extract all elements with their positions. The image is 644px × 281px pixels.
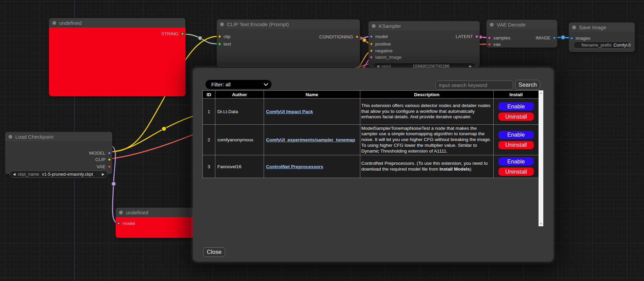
table-row: 1 Dr.Lt.Data ComfyUI Impact Pack This ex… (203, 99, 539, 125)
string-output-dot[interactable] (181, 32, 184, 35)
input-slot-model[interactable]: model (117, 221, 135, 226)
ckpt-name-value: v1-5-pruned-emaonly.ckpt (42, 172, 93, 177)
output-slot-latent[interactable]: LATENT (456, 34, 478, 39)
node-status-dot (9, 135, 12, 139)
images-input-dot[interactable] (570, 37, 573, 40)
node-status-dot (119, 211, 123, 214)
node-vae-decode[interactable]: VAE Decode samples vae IMAGE (486, 20, 557, 48)
search-input[interactable] (435, 81, 513, 90)
input-slot-clip[interactable]: clip (218, 34, 230, 39)
output-slot-vae[interactable]: VAE (97, 164, 111, 169)
vae-output-dot[interactable] (108, 165, 111, 168)
col-header-description: Description (360, 91, 494, 99)
extension-table: ID Author Name Description Install 1 Dr.… (202, 90, 539, 178)
positive-input-dot[interactable] (370, 42, 373, 46)
cell-install: Enable Uninstall (494, 99, 539, 125)
cell-id: 1 (203, 99, 215, 125)
node-header[interactable]: undefined (49, 18, 185, 28)
cell-install: Enable Uninstall (494, 125, 539, 155)
node-status-dot (220, 22, 224, 26)
input-slot-positive[interactable]: positive (370, 41, 391, 47)
input-slot-model[interactable]: model (370, 34, 388, 39)
uninstall-button[interactable]: Uninstall (498, 167, 534, 176)
reroute-dot-conditioning[interactable] (362, 38, 366, 42)
extension-table-container: ID Author Name Description Install 1 Dr.… (202, 90, 543, 226)
enable-button[interactable]: Enable (498, 157, 534, 166)
filter-select[interactable]: Filter: all (205, 80, 272, 89)
reroute-dot-string[interactable] (198, 36, 202, 40)
decrement-arrow-icon[interactable]: ◀ (13, 172, 16, 176)
node-title: KSampler (379, 23, 401, 29)
samples-input-dot[interactable] (488, 36, 491, 39)
search-button[interactable]: Search (515, 80, 540, 90)
close-button[interactable]: Close (203, 247, 225, 257)
image-output-dot[interactable] (553, 36, 556, 39)
node-load-checkpoint[interactable]: Load Checkpoint MODEL CLIP VAE ◀ ckpt_na… (5, 132, 112, 174)
node-undefined-string[interactable]: undefined STRING (49, 18, 185, 96)
ckpt-name-widget[interactable]: ◀ ckpt_name v1-5-pruned-emaonly.ckpt ▶ (10, 171, 108, 178)
increment-arrow-icon[interactable]: ▶ (102, 172, 104, 176)
input-slot-vae[interactable]: vae (488, 41, 501, 47)
node-header[interactable]: CLIP Text Encode (Prompt) (217, 19, 360, 29)
cell-description: ControlNet Preprocessors. (To use this e… (360, 155, 494, 178)
col-header-install: Install (494, 91, 539, 99)
reroute-dot-image[interactable] (561, 35, 565, 40)
extension-manager-dialog: Filter: all Search ID Author Name Descri… (193, 68, 554, 262)
comfyui-canvas[interactable]: { "icons": { "arrow_left": "◀", "arrow_r… (0, 0, 644, 281)
increment-arrow-icon[interactable]: ▶ (469, 64, 472, 68)
reroute-dot-model[interactable] (112, 182, 116, 186)
table-header-row: ID Author Name Description Install (203, 91, 539, 99)
input-slot-negative[interactable]: negative (370, 48, 393, 53)
uninstall-button[interactable]: Uninstall (498, 141, 534, 150)
extension-link[interactable]: ComfyUI_experiments/sampler_tonemap (266, 137, 355, 142)
decrement-arrow-icon[interactable]: ◀ (377, 64, 379, 68)
output-slot-image[interactable]: IMAGE (535, 35, 556, 40)
clip-input-dot[interactable] (218, 35, 221, 38)
vae-input-dot[interactable] (488, 43, 491, 46)
node-title: VAE Decode (497, 22, 526, 28)
node-title: Save Image (579, 24, 606, 30)
node-header[interactable]: Load Checkpoint (5, 132, 112, 141)
text-input-dot[interactable] (218, 42, 221, 46)
chevron-down-icon (264, 82, 268, 86)
model-input-dot[interactable] (117, 222, 120, 225)
output-slot-model[interactable]: MODEL (89, 150, 111, 156)
conditioning-output-dot[interactable] (356, 35, 359, 38)
node-ksampler[interactable]: KSampler model positive negative latent_… (368, 21, 480, 67)
input-slot-text[interactable]: text (218, 41, 231, 47)
extension-link[interactable]: ComfyUI Impact Pack (266, 109, 313, 114)
negative-input-dot[interactable] (370, 49, 373, 52)
node-header[interactable]: VAE Decode (486, 20, 557, 29)
node-clip-text-encode[interactable]: CLIP Text Encode (Prompt) clip text COND… (217, 19, 360, 67)
input-slot-images[interactable]: images (570, 35, 591, 41)
latent-output-dot[interactable] (475, 35, 478, 38)
input-slot-latent-image[interactable]: latent_image (370, 54, 401, 60)
reroute-dot-clip[interactable] (162, 127, 166, 131)
node-save-image[interactable]: Save Image images filename_prefix ComfyU… (569, 22, 635, 52)
cell-author: Dr.Lt.Data (215, 99, 264, 125)
node-title: undefined (59, 20, 82, 26)
clip-output-dot[interactable] (108, 158, 111, 161)
uninstall-button[interactable]: Uninstall (498, 112, 534, 121)
filename-prefix-widget[interactable]: filename_prefix ComfyUI (573, 41, 630, 49)
node-header[interactable]: Save Image (569, 22, 635, 32)
model-input-dot[interactable] (370, 35, 373, 38)
enable-button[interactable]: Enable (498, 102, 534, 111)
latent-image-input-dot[interactable] (370, 56, 373, 59)
input-slot-samples[interactable]: samples (488, 35, 510, 40)
model-output-dot[interactable] (108, 152, 111, 155)
cell-install: Enable Uninstall (494, 155, 539, 178)
output-slot-string[interactable]: STRING (161, 31, 184, 36)
cell-id: 3 (203, 155, 215, 178)
node-header[interactable]: KSampler (368, 21, 480, 31)
node-status-dot (372, 24, 376, 28)
output-slot-clip[interactable]: CLIP (95, 157, 111, 162)
node-title: Load Checkpoint (15, 134, 54, 140)
scroll-up-icon[interactable]: ▲ (540, 91, 542, 94)
output-slot-conditioning[interactable]: CONDITIONING (319, 34, 359, 39)
scroll-down-icon[interactable]: ▼ (540, 222, 542, 225)
table-scrollbar[interactable]: ▲ ▼ (539, 90, 543, 226)
enable-button[interactable]: Enable (498, 130, 534, 139)
cell-description: This extension offers various detector n… (360, 99, 494, 125)
extension-link[interactable]: ControlNet Preprocessors (266, 164, 323, 169)
